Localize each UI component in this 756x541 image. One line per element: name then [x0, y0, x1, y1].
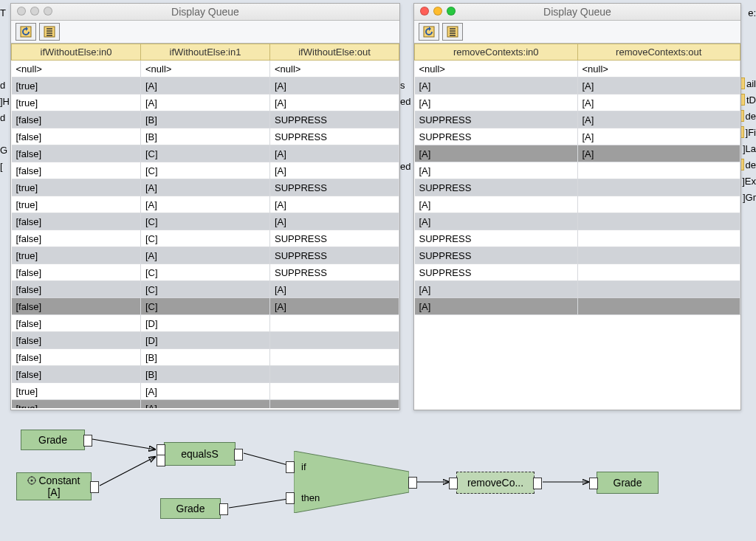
target-field-grade[interactable]: Grade	[597, 472, 659, 494]
table-row[interactable]: SUPPRESS[A]	[415, 128, 740, 145]
input-port[interactable]	[449, 478, 458, 489]
table-row[interactable]: [A]	[415, 162, 740, 179]
table-cell: <null>	[12, 61, 141, 77]
table-cell: SUPPRESS	[415, 230, 578, 247]
if-input-port[interactable]	[286, 461, 295, 473]
table-row[interactable]: [A]	[415, 281, 740, 298]
column-header[interactable]: ifWithoutElse:out	[270, 44, 399, 61]
table-row[interactable]: [false][C][A]	[12, 281, 399, 298]
table-row[interactable]: [false][C]SUPPRESS	[12, 230, 399, 247]
input-port[interactable]	[589, 478, 598, 489]
table-row[interactable]: [false][C][A]	[12, 213, 399, 230]
table-cell: [false]	[12, 298, 141, 315]
table-row[interactable]: [A]	[415, 298, 740, 315]
output-port[interactable]	[219, 503, 228, 515]
table-cell: SUPPRESS	[415, 128, 578, 145]
bg-tree-fragment: ]Ex	[742, 176, 756, 187]
table-cell: [A]	[577, 111, 740, 128]
titlebar-right[interactable]: Display Queue	[414, 4, 740, 21]
minimize-button[interactable]	[30, 7, 39, 15]
input-port[interactable]	[157, 455, 165, 466]
table-row[interactable]: [A][A]	[415, 145, 740, 162]
output-port[interactable]	[234, 449, 243, 461]
table-cell: <null>	[270, 61, 399, 77]
table-row[interactable]: [false][C][A]	[12, 298, 399, 315]
table-cell: [A]	[415, 94, 578, 111]
table-cell: [A]	[270, 145, 399, 162]
table-cell	[577, 179, 740, 196]
table-cell	[577, 264, 740, 281]
zoom-button[interactable]	[44, 7, 52, 15]
table-row[interactable]: SUPPRESS	[415, 264, 740, 281]
equalss-function[interactable]: equalsS	[164, 442, 236, 466]
table-cell: [A]	[141, 94, 270, 111]
column-header[interactable]: ifWithoutElse:in0	[12, 44, 141, 61]
table-row[interactable]: [false][B]SUPPRESS	[12, 111, 399, 128]
table-row[interactable]: [true][A][A]	[12, 196, 399, 213]
table-row[interactable]: [true][A][A]	[12, 94, 399, 111]
table-row[interactable]: [false][D]	[12, 315, 399, 332]
table-cell: [C]	[141, 230, 270, 247]
table-row[interactable]: [false][C][A]	[12, 145, 399, 162]
refresh-button[interactable]	[16, 23, 36, 41]
table-row[interactable]: [A][A]	[415, 94, 740, 111]
column-header[interactable]: ifWithoutElse:in1	[141, 44, 270, 61]
table-cell: <null>	[577, 61, 740, 77]
constant-node[interactable]: Constant [A]	[16, 472, 92, 500]
close-button[interactable]	[17, 7, 26, 15]
bg-tree-fragment: d	[0, 80, 5, 91]
refresh-button[interactable]	[419, 23, 439, 41]
if-then-function[interactable]: if then	[294, 451, 409, 513]
table-cell	[577, 196, 740, 213]
minimize-button[interactable]	[433, 7, 442, 15]
table-cell: [false]	[12, 213, 141, 230]
table-cell: <null>	[141, 61, 270, 77]
display-queue-window-right: Display Queue removeContexts:in0removeCo…	[413, 3, 741, 410]
table-row[interactable]: <null><null>	[415, 61, 740, 77]
table-cell: [A]	[141, 196, 270, 213]
mapping-canvas[interactable]: Grade Constant [A] equalsS Grade if then	[0, 417, 756, 541]
table-row[interactable]: SUPPRESS	[415, 179, 740, 196]
table-row[interactable]: [false][B]	[12, 366, 399, 383]
column-header[interactable]: removeContexts:in0	[415, 44, 578, 61]
table-cell: SUPPRESS	[415, 111, 578, 128]
table-row[interactable]: SUPPRESS	[415, 230, 740, 247]
table-row[interactable]: [false][C][A]	[12, 162, 399, 179]
table-row[interactable]: [false][D]	[12, 332, 399, 349]
table-cell: SUPPRESS	[415, 179, 578, 196]
output-port[interactable]	[408, 477, 417, 489]
table-row[interactable]: [true][A]SUPPRESS	[12, 247, 399, 264]
table-row[interactable]: [A][A]	[415, 77, 740, 94]
source-field-grade-2[interactable]: Grade	[160, 498, 221, 519]
table-row[interactable]: SUPPRESS[A]	[415, 111, 740, 128]
table-row[interactable]: [false][B]SUPPRESS	[12, 128, 399, 145]
table-row[interactable]: <null><null><null>	[12, 61, 399, 77]
table-row[interactable]: [false][C]SUPPRESS	[12, 264, 399, 281]
table-row[interactable]: [true][A]	[12, 383, 399, 400]
output-port[interactable]	[83, 435, 92, 447]
bg-tree-fragment: [	[0, 161, 3, 172]
removecontexts-function[interactable]: removeCo...	[456, 472, 535, 494]
zoom-button[interactable]	[447, 7, 456, 15]
output-port[interactable]	[90, 481, 99, 493]
table-row[interactable]: [A]	[415, 213, 740, 230]
table-cell: SUPPRESS	[415, 264, 578, 281]
table-row[interactable]: [true][A]SUPPRESS	[12, 179, 399, 196]
table-row[interactable]: [true][A]	[12, 400, 399, 409]
close-button[interactable]	[420, 7, 429, 15]
column-header[interactable]: removeContexts:out	[577, 44, 740, 61]
table-cell: [false]	[12, 162, 141, 179]
output-port[interactable]	[533, 478, 542, 489]
table-row[interactable]: SUPPRESS	[415, 247, 740, 264]
queue-table-right[interactable]: removeContexts:in0removeContexts:out <nu…	[414, 44, 740, 315]
table-row[interactable]: [true][A][A]	[12, 77, 399, 94]
queue-table-left[interactable]: ifWithoutElse:in0ifWithoutElse:in1ifWith…	[11, 44, 399, 408]
titlebar-left[interactable]: Display Queue	[11, 4, 399, 21]
table-cell	[270, 315, 399, 332]
list-button[interactable]	[442, 23, 463, 41]
source-field-grade[interactable]: Grade	[21, 430, 85, 450]
then-input-port[interactable]	[286, 492, 295, 504]
list-button[interactable]	[39, 23, 60, 41]
table-row[interactable]: [false][B]	[12, 349, 399, 366]
table-row[interactable]: [A]	[415, 196, 740, 213]
